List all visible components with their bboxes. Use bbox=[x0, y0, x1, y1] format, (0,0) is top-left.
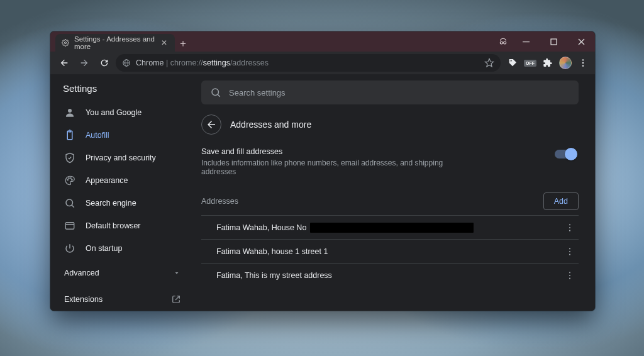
sidebar-item-label: You and Google bbox=[86, 108, 142, 117]
back-button[interactable] bbox=[55, 54, 73, 72]
sidebar-item-privacy[interactable]: Privacy and security bbox=[50, 147, 194, 169]
add-address-button[interactable]: Add bbox=[543, 192, 579, 210]
svg-rect-3 bbox=[523, 42, 530, 42]
sidebar-item-label: Privacy and security bbox=[86, 153, 156, 162]
incognito-icon[interactable] bbox=[494, 31, 512, 52]
sidebar-about-chrome-link[interactable]: About Chrome bbox=[50, 310, 194, 311]
addresses-label: Addresses bbox=[201, 197, 238, 206]
sidebar-item-you-and-google[interactable]: You and Google bbox=[50, 101, 194, 124]
sidebar-item-label: Appearance bbox=[86, 176, 128, 185]
address-text: Fatima Wahab, House No bbox=[216, 223, 306, 232]
svg-point-12 bbox=[67, 179, 69, 181]
extension-tag-icon[interactable] bbox=[506, 56, 519, 70]
svg-point-20 bbox=[569, 226, 570, 228]
window-close-button[interactable] bbox=[567, 31, 595, 52]
sidebar-item-autofill[interactable]: Autofill bbox=[50, 124, 194, 147]
person-icon bbox=[64, 107, 75, 118]
browser-toolbar: Chrome | chrome://settings/addresses OFF bbox=[50, 52, 595, 74]
site-info-icon[interactable] bbox=[122, 58, 131, 67]
svg-point-9 bbox=[582, 62, 584, 64]
browser-menu-icon[interactable] bbox=[576, 56, 590, 70]
address-more-menu[interactable] bbox=[562, 268, 577, 283]
settings-search[interactable] bbox=[201, 81, 579, 104]
svg-point-0 bbox=[65, 42, 67, 44]
sidebar-item-search-engine[interactable]: Search engine bbox=[50, 192, 194, 214]
settings-nav: You and Google Autofill Privacy and secu… bbox=[50, 101, 194, 260]
window-maximize-button[interactable] bbox=[540, 31, 567, 52]
address-bar[interactable]: Chrome | chrome://settings/addresses bbox=[116, 54, 501, 72]
sidebar-item-default-browser[interactable]: Default browser bbox=[50, 214, 194, 237]
chevron-down-icon bbox=[173, 269, 180, 277]
svg-point-26 bbox=[569, 274, 570, 275]
clipboard-icon bbox=[64, 130, 75, 141]
address-more-menu[interactable] bbox=[562, 220, 577, 235]
address-text: Fatima, This is my street address bbox=[216, 271, 332, 280]
extension-icons: OFF bbox=[503, 56, 590, 70]
sidebar-item-label: Search engine bbox=[86, 199, 136, 208]
section-title: Addresses and more bbox=[230, 120, 311, 130]
extension-off-badge[interactable]: OFF bbox=[523, 56, 537, 70]
tab-strip: Settings - Addresses and more ✕ ＋ bbox=[55, 31, 191, 52]
svg-point-24 bbox=[569, 253, 570, 255]
sidebar-extensions-link[interactable]: Extensions bbox=[50, 289, 194, 310]
sidebar-item-appearance[interactable]: Appearance bbox=[50, 169, 194, 192]
chrome-window: Settings - Addresses and more ✕ ＋ bbox=[50, 31, 595, 311]
gear-icon bbox=[62, 39, 69, 47]
address-row[interactable]: Fatima Wahab, House No bbox=[201, 215, 579, 239]
tab-settings[interactable]: Settings - Addresses and more ✕ bbox=[55, 34, 175, 52]
svg-point-27 bbox=[569, 277, 570, 279]
svg-point-22 bbox=[569, 248, 570, 249]
shield-icon bbox=[64, 152, 75, 164]
svg-point-14 bbox=[70, 178, 72, 179]
section-back-button[interactable] bbox=[201, 114, 221, 135]
advanced-label: Advanced bbox=[64, 269, 99, 277]
settings-heading: Settings bbox=[50, 74, 194, 101]
window-titlebar: Settings - Addresses and more ✕ ＋ bbox=[50, 31, 595, 52]
addresses-card: Save and fill addresses Includes informa… bbox=[195, 145, 579, 287]
svg-point-18 bbox=[212, 89, 219, 96]
address-text: Fatima Wahab, house 1 street 1 bbox=[216, 247, 328, 256]
svg-point-16 bbox=[66, 199, 73, 206]
forward-button[interactable] bbox=[75, 54, 93, 72]
address-row[interactable]: Fatima Wahab, house 1 street 1 bbox=[201, 239, 579, 263]
svg-point-11 bbox=[68, 109, 72, 113]
new-tab-button[interactable]: ＋ bbox=[175, 35, 191, 52]
settings-main: Addresses and more Save and fill address… bbox=[195, 74, 595, 311]
toggle-knob bbox=[565, 148, 577, 160]
settings-search-input[interactable] bbox=[229, 88, 570, 97]
svg-point-2 bbox=[504, 42, 506, 44]
bookmark-star-icon[interactable] bbox=[484, 58, 494, 68]
sidebar-item-label: Default browser bbox=[86, 221, 141, 230]
svg-point-13 bbox=[69, 178, 70, 179]
sidebar-item-label: On startup bbox=[86, 244, 122, 253]
toggle-title: Save and fill addresses bbox=[201, 147, 465, 156]
profile-avatar[interactable] bbox=[558, 56, 572, 70]
svg-point-23 bbox=[569, 250, 570, 252]
svg-point-15 bbox=[72, 179, 73, 181]
toggle-description: Includes information like phone numbers,… bbox=[201, 156, 465, 176]
reload-button[interactable] bbox=[96, 54, 113, 72]
save-addresses-toggle[interactable] bbox=[555, 150, 576, 159]
settings-page: Settings You and Google Autofill bbox=[50, 74, 595, 311]
browser-icon bbox=[64, 220, 75, 231]
svg-point-19 bbox=[569, 224, 570, 225]
save-addresses-toggle-row: Save and fill addresses Includes informa… bbox=[201, 145, 579, 185]
omnibox-url: Chrome | chrome://settings/addresses bbox=[136, 58, 269, 67]
address-more-menu[interactable] bbox=[562, 244, 577, 259]
section-header: Addresses and more bbox=[195, 111, 579, 145]
address-row[interactable]: Fatima, This is my street address bbox=[201, 263, 579, 287]
sidebar-item-label: Autofill bbox=[86, 131, 109, 140]
search-icon bbox=[210, 87, 221, 98]
redacted-block bbox=[310, 223, 474, 233]
addresses-heading-row: Addresses Add bbox=[201, 185, 579, 215]
svg-rect-17 bbox=[65, 223, 74, 230]
power-icon bbox=[64, 243, 75, 254]
sidebar-item-on-startup[interactable]: On startup bbox=[50, 237, 194, 260]
svg-point-1 bbox=[500, 42, 502, 44]
window-controls bbox=[494, 31, 595, 52]
extensions-puzzle-icon[interactable] bbox=[541, 56, 555, 70]
tab-title: Settings - Addresses and more bbox=[74, 35, 155, 50]
sidebar-advanced-toggle[interactable]: Advanced bbox=[50, 260, 194, 282]
window-minimize-button[interactable] bbox=[512, 31, 540, 52]
tab-close-icon[interactable]: ✕ bbox=[160, 38, 169, 48]
